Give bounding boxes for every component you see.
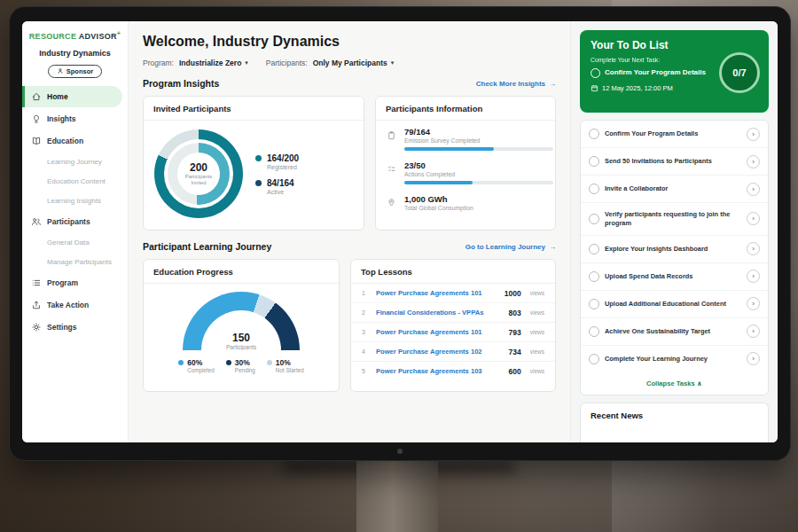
sponsor-badge-label: Sponsor <box>66 67 93 75</box>
checkbox-circle-icon[interactable] <box>589 156 599 167</box>
actions-progress-bar <box>404 181 553 184</box>
todo-next-task[interactable]: Confirm Your Program Details <box>591 68 714 78</box>
sidebar-item-learning-journey[interactable]: Learning Journey <box>22 153 128 171</box>
brand-plus: + <box>117 30 121 36</box>
monitor-logo-dot <box>397 449 403 454</box>
arrow-right-icon: → <box>549 80 556 88</box>
task-row-invite-collaborator[interactable]: Invite a Collaborator › <box>581 176 768 203</box>
checkbox-circle-icon[interactable] <box>589 214 599 224</box>
chevron-right-icon[interactable]: › <box>747 212 760 225</box>
lesson-link[interactable]: Power Purchase Agreements 103 <box>376 367 502 375</box>
section-title: Program Insights <box>143 78 219 89</box>
chevron-down-icon: ▾ <box>391 59 395 66</box>
lesson-row: 1 Power Purchase Agreements 101 1000 vie… <box>351 284 555 303</box>
sidebar-item-label: Manage Participants <box>47 258 112 266</box>
chevron-right-icon[interactable]: › <box>747 325 760 338</box>
home-icon <box>31 91 42 102</box>
info-row-consumption: 1,000 GWh Total Global Consumption <box>376 188 555 215</box>
checkbox-circle-icon[interactable] <box>589 326 599 337</box>
education-gauge-chart: 150 Participants <box>183 292 300 350</box>
photo-background: RESOURCE ADVISOR+ Industry Dynamics Spon… <box>0 0 798 532</box>
chevron-right-icon[interactable]: › <box>747 183 760 196</box>
sidebar-item-insights[interactable]: Insights <box>22 108 128 129</box>
sidebar-item-manage-participants[interactable]: Manage Participants <box>22 253 128 271</box>
chevron-right-icon[interactable]: › <box>747 297 760 310</box>
brand-part-1: RESOURCE <box>29 32 76 41</box>
sidebar-item-home[interactable]: Home <box>22 86 122 107</box>
person-icon <box>57 67 64 74</box>
chevron-right-icon[interactable]: › <box>747 128 760 141</box>
task-row-upload-spend-data[interactable]: Upload Spend Data Records › <box>581 263 768 291</box>
monitor-frame: RESOURCE ADVISOR+ Industry Dynamics Spon… <box>9 6 791 461</box>
program-select[interactable]: Industrialize Zero ▾ <box>179 59 248 67</box>
clipboard-icon <box>387 128 396 151</box>
legend-dot <box>178 360 184 365</box>
legend-dot <box>255 180 262 186</box>
sponsor-badge[interactable]: Sponsor <box>48 65 102 78</box>
checkbox-circle-icon[interactable] <box>589 129 599 139</box>
journey-cards-row: Education Progress 150 Participants <box>143 259 556 392</box>
calendar-icon <box>591 84 598 92</box>
sidebar-item-general-data[interactable]: General Data <box>22 233 128 252</box>
sidebar-item-program[interactable]: Program <box>22 272 128 293</box>
sidebar-item-education[interactable]: Education <box>22 130 128 152</box>
task-list-card: Confirm Your Program Details › Send 50 I… <box>580 120 769 395</box>
education-legend: 60%Completed 30%Pending 10%Not Started <box>178 358 303 373</box>
sidebar-item-participants[interactable]: Participants <box>22 211 128 232</box>
sidebar-item-take-action[interactable]: Take Action <box>22 294 128 316</box>
info-row-emission-survey: 79/164 Emission Survey Completed <box>376 121 555 154</box>
check-more-insights-link[interactable]: Check More Insights → <box>476 80 556 88</box>
legend-dot <box>255 155 262 161</box>
donut-center: 200 Participants Invited <box>177 153 220 195</box>
task-row-achieve-target[interactable]: Achieve One Sustainability Target › <box>581 318 768 346</box>
donut-center-label: Participants Invited <box>181 174 216 186</box>
checkbox-circle-icon[interactable] <box>589 244 599 254</box>
lesson-link[interactable]: Power Purchase Agreements 101 <box>376 289 497 297</box>
task-row-verify-participants[interactable]: Verify participants requesting to join t… <box>581 203 768 236</box>
lesson-link[interactable]: Power Purchase Agreements 102 <box>376 348 502 356</box>
lesson-link[interactable]: Financial Considerations - VPPAs <box>376 309 502 317</box>
participants-select[interactable]: Only My Participants ▾ <box>313 59 395 67</box>
go-to-learning-journey-link[interactable]: Go to Learning Journey → <box>466 243 556 251</box>
gear-icon <box>31 322 42 332</box>
chevron-right-icon[interactable]: › <box>747 155 760 168</box>
checkbox-circle-icon[interactable] <box>589 299 599 309</box>
program-filter-label: Program: <box>143 59 174 67</box>
gauge-center: 150 Participants <box>183 332 300 350</box>
sidebar-item-label: Learning Insights <box>47 197 101 205</box>
page-title: Welcome, Industry Dynamics <box>143 34 556 50</box>
checkbox-circle-icon[interactable] <box>591 68 600 78</box>
sidebar-item-education-content[interactable]: Education Content <box>22 172 128 191</box>
sidebar-item-settings[interactable]: Settings <box>22 317 128 338</box>
chevron-right-icon[interactable]: › <box>747 352 760 365</box>
chevron-right-icon[interactable]: › <box>747 270 760 283</box>
chevron-right-icon[interactable]: › <box>747 242 760 255</box>
checkbox-circle-icon[interactable] <box>589 354 599 364</box>
legend-item-completed: 60%Completed <box>178 358 214 373</box>
task-row-upload-educational-content[interactable]: Upload Additional Educational Content › <box>581 291 768 318</box>
lightbulb-icon <box>31 113 42 124</box>
task-row-send-invitations[interactable]: Send 50 Invitations to Participants › <box>581 148 768 176</box>
sidebar-item-label: Program <box>47 278 78 287</box>
invited-donut-chart: 200 Participants Invited <box>154 129 243 218</box>
card-title: Invited Participants <box>144 97 364 121</box>
sidebar-item-label: Participants <box>47 217 90 226</box>
people-icon <box>31 216 42 227</box>
legend-item-active: 84/164 Active <box>255 178 299 195</box>
invited-donut-area: 200 Participants Invited 164/200 Registe <box>144 121 364 227</box>
card-title: Participants Information <box>376 97 555 121</box>
todo-panel: Your To Do List Complete Your Next Task:… <box>570 21 778 442</box>
insights-cards-row: Invited Participants 200 Participants In… <box>143 96 556 231</box>
checkbox-circle-icon[interactable] <box>589 184 599 194</box>
task-row-explore-insights[interactable]: Explore Your Insights Dashboard › <box>581 236 768 263</box>
sidebar-item-learning-insights[interactable]: Learning Insights <box>22 192 128 210</box>
todo-subtitle: Complete Your Next Task: <box>591 57 714 63</box>
lesson-row: 4 Power Purchase Agreements 102 734 view… <box>351 342 555 362</box>
task-row-confirm-program[interactable]: Confirm Your Program Details › <box>581 121 768 148</box>
checkbox-circle-icon[interactable] <box>589 271 599 282</box>
task-row-complete-learning-journey[interactable]: Complete Your Learning Journey › <box>581 346 768 372</box>
collapse-tasks-button[interactable]: Collapse Tasks ∧ <box>581 372 768 395</box>
top-lessons-card: Top Lessons 1 Power Purchase Agreements … <box>350 259 556 392</box>
education-progress-card: Education Progress 150 Participants <box>143 259 340 392</box>
lesson-link[interactable]: Power Purchase Agreements 101 <box>376 328 502 336</box>
